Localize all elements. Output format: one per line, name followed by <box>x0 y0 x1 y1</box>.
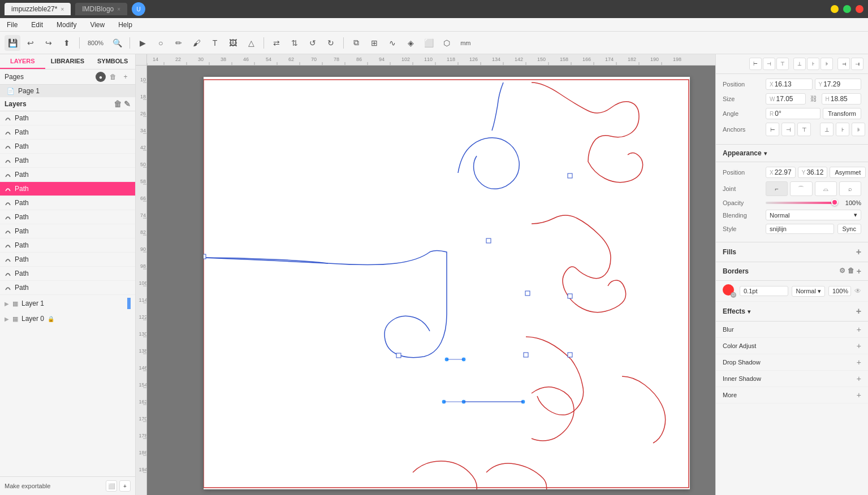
pages-delete[interactable]: 🗑 <box>108 72 118 82</box>
align-bottom-edge[interactable]: ⊧ <box>821 58 833 70</box>
sync-btn[interactable]: Sync <box>837 224 861 234</box>
joint-sharp[interactable]: ⌐ <box>766 181 788 196</box>
toolbar-redo[interactable]: ↪ <box>41 35 57 51</box>
border-mode-select[interactable]: Normal ▾ <box>792 286 825 297</box>
effect-more-add[interactable]: + <box>857 390 861 400</box>
size-lock-btn[interactable]: ⛓ <box>808 93 819 105</box>
border-opacity[interactable]: 100% <box>828 286 851 296</box>
borders-delete[interactable]: 🗑 <box>848 267 854 276</box>
effect-drop-shadow-add[interactable]: + <box>857 358 861 367</box>
layer-path-5[interactable]: Path <box>0 168 135 182</box>
exportable-btn-2[interactable]: + <box>119 480 131 492</box>
effect-blur-add[interactable]: + <box>857 325 861 334</box>
canvas-content[interactable] <box>147 66 715 495</box>
toolbar-flip-v[interactable]: ⇅ <box>287 35 303 51</box>
anchor-right[interactable]: ⊤ <box>797 123 811 136</box>
fills-add-btn[interactable]: + <box>856 247 861 257</box>
toolbar-export[interactable]: ⬆ <box>59 35 75 51</box>
menu-edit[interactable]: Edit <box>29 20 45 30</box>
make-exportable-label[interactable]: Make exportable <box>5 483 50 489</box>
pages-add[interactable]: + <box>120 72 131 82</box>
tab-symbols[interactable]: SYMBOLS <box>90 54 135 69</box>
border-visibility-btn[interactable]: 👁 <box>854 287 861 295</box>
position-x-group[interactable]: X 16.13 <box>766 79 813 90</box>
align-top-edge[interactable]: ⊥ <box>793 58 806 70</box>
anchor-top[interactable]: ⊥ <box>820 123 834 136</box>
angle-r-group[interactable]: R 0° <box>766 108 821 119</box>
layer-path-8[interactable]: Path <box>0 210 135 224</box>
toolbar-ellipse[interactable]: ○ <box>153 35 169 51</box>
layer-path-2[interactable]: Path <box>0 125 135 140</box>
effect-color-adjust-add[interactable]: + <box>857 341 861 350</box>
distribute-h[interactable]: ⫤ <box>837 58 850 70</box>
toolbar-rotate-ccw[interactable]: ↺ <box>305 35 321 51</box>
position-y-group[interactable]: Y 17.29 <box>815 79 862 90</box>
menu-modify[interactable]: Modify <box>54 20 79 30</box>
toolbar-boolean[interactable]: ◈ <box>403 35 418 51</box>
joint-smooth[interactable]: ⌒ <box>790 181 812 196</box>
distribute-v[interactable]: ⫣ <box>851 58 863 70</box>
toolbar-save[interactable]: 💾 <box>5 35 20 51</box>
toolbar-zoom-options[interactable]: 🔍 <box>109 35 125 51</box>
toolbar-pen[interactable]: ✏ <box>171 35 187 51</box>
layer-path-6[interactable]: Path <box>0 182 135 196</box>
toolbar-select[interactable]: ▶ <box>135 35 150 51</box>
layer-path-1[interactable]: Path <box>0 111 135 125</box>
exportable-btn-1[interactable]: ⬜ <box>106 480 117 492</box>
joint-symmetric[interactable]: ⌓ <box>815 181 837 196</box>
toolbar-text[interactable]: T <box>207 35 223 51</box>
size-h-group[interactable]: H 18.85 <box>822 93 862 105</box>
menu-file[interactable]: File <box>5 20 20 30</box>
layer-path-4[interactable]: Path <box>0 154 135 168</box>
menu-view[interactable]: View <box>88 20 107 30</box>
maximize-button[interactable] <box>843 5 851 13</box>
effect-inner-shadow-add[interactable]: + <box>857 374 861 383</box>
app-pos-y-group[interactable]: Y 36.12 <box>798 167 828 178</box>
effects-add-btn[interactable]: + <box>856 306 861 316</box>
layer-path-9[interactable]: Path <box>0 224 135 238</box>
toolbar-rotate-cw[interactable]: ↻ <box>323 35 339 51</box>
joint-other[interactable]: ⌕ <box>839 181 861 196</box>
layer-path-11[interactable]: Path <box>0 253 135 267</box>
size-w-group[interactable]: W 17.05 <box>766 93 806 105</box>
align-right-edge[interactable]: ⊤ <box>776 58 789 70</box>
layers-delete[interactable]: 🗑 <box>114 99 122 108</box>
layer-path-10[interactable]: Path <box>0 238 135 253</box>
anchor-left[interactable]: ⊢ <box>766 123 779 136</box>
toolbar-mask[interactable]: ⬜ <box>421 35 437 51</box>
menu-help[interactable]: Help <box>116 20 135 30</box>
toolbar-group[interactable]: ⧉ <box>348 35 364 51</box>
borders-settings[interactable]: ⚙ <box>839 267 845 276</box>
app-pos-x-group[interactable]: X 22.97 <box>766 167 796 178</box>
layer-group-1[interactable]: ▶ ▦ Layer 1 <box>0 295 135 312</box>
toolbar-misc[interactable]: ⬡ <box>439 35 455 51</box>
toolbar-shape[interactable]: △ <box>243 35 259 51</box>
tab-imdiblogo[interactable]: IMDIBlogo × <box>75 3 127 15</box>
appearance-header[interactable]: Appearance ▾ <box>716 145 868 162</box>
layer-path-3[interactable]: Path <box>0 140 135 154</box>
anchor-v-center[interactable]: ⊦ <box>836 123 849 136</box>
tab-close-2[interactable]: × <box>117 6 120 12</box>
page-1[interactable]: 📄 Page 1 <box>0 85 135 97</box>
tab-close-1[interactable]: × <box>61 6 64 12</box>
layer-path-12[interactable]: Path <box>0 267 135 281</box>
toolbar-fill[interactable]: 🖌 <box>189 35 205 51</box>
layer-path-7[interactable]: Path <box>0 196 135 210</box>
border-thickness[interactable]: 0.1pt <box>740 286 788 296</box>
tab-layers[interactable]: LAYERS <box>0 54 45 69</box>
tab-libraries[interactable]: LIBRARIES <box>45 54 90 69</box>
transform-btn[interactable]: Transform <box>823 108 861 119</box>
toolbar-undo[interactable]: ↩ <box>23 35 38 51</box>
align-h-center[interactable]: ⊣ <box>763 58 775 70</box>
style-select[interactable]: snijlijn <box>766 224 834 234</box>
asymmet-btn[interactable]: Asymmet <box>830 167 866 178</box>
layer-path-13[interactable]: Path <box>0 281 135 295</box>
layer-group-2[interactable]: ▶ ▦ Layer 0 🔒 <box>0 312 135 325</box>
align-left-edge[interactable]: ⊢ <box>749 58 762 70</box>
close-button[interactable] <box>856 5 863 13</box>
blending-select[interactable]: Normal ▾ <box>766 210 861 220</box>
avatar[interactable]: U <box>132 2 145 16</box>
tab-impuzzleble[interactable]: impuzzleble27* × <box>5 3 71 15</box>
anchor-h-center[interactable]: ⊣ <box>781 123 795 136</box>
toolbar-flip-h[interactable]: ⇄ <box>269 35 284 51</box>
